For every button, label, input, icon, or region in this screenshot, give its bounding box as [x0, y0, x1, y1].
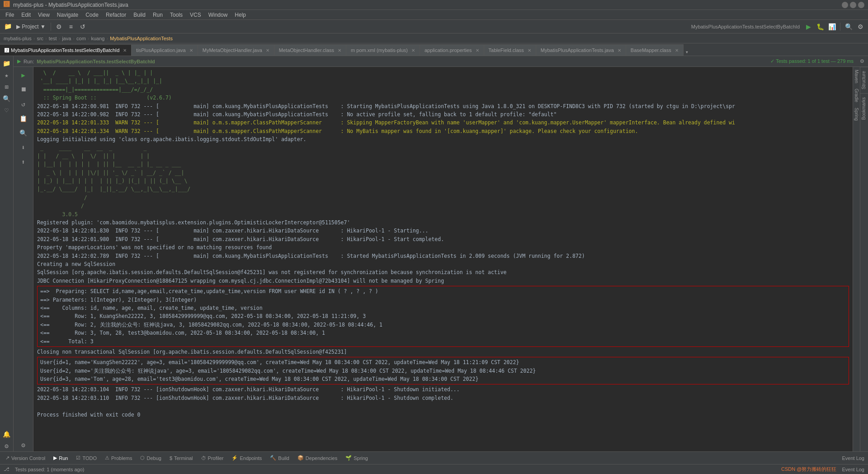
console-rerun-btn[interactable]: ↺	[17, 98, 30, 110]
tab-close-tests[interactable]: ✕	[618, 48, 621, 53]
status-bar-git-icon: ⎇	[4, 466, 9, 472]
menu-navigate[interactable]: Navigate	[53, 11, 82, 19]
console-scroll-up-btn[interactable]: ⬆	[17, 156, 30, 168]
search-everywhere-btn[interactable]: 🔍	[844, 22, 854, 32]
tab-pom[interactable]: m pom.xml (mybatis-plus) ✕	[346, 44, 420, 56]
settings-btn[interactable]: ⚙	[54, 22, 64, 32]
sidebar-notifications-icon[interactable]: 🔔	[1, 429, 12, 440]
tab-close-basemapper[interactable]: ✕	[675, 48, 679, 53]
breadcrumb-com[interactable]: com	[76, 36, 86, 41]
menu-refactor[interactable]: Refactor	[102, 11, 130, 19]
console-line-info1: 2022-05-18 14:22:00.981 INFO 732 --- [ m…	[37, 102, 849, 110]
bottom-tab-terminal[interactable]: $ Terminal	[166, 453, 197, 464]
tab-basemapper[interactable]: BaseMapper.class ✕	[626, 44, 684, 56]
event-log-btn[interactable]: Event Log	[840, 455, 866, 461]
menu-window[interactable]: Window	[205, 11, 231, 19]
breadcrumb-mybatis-plus[interactable]: mybatis-plus	[4, 36, 32, 41]
tab-tablefield[interactable]: TableField.class ✕	[484, 44, 536, 56]
structure-panel-label[interactable]: Structure	[860, 67, 868, 93]
status-bar-left: ⎇ Tests passed: 1 (moments ago)	[4, 466, 84, 472]
sidebar-find-icon[interactable]: 🔍	[1, 93, 12, 104]
tab-close-active[interactable]: ✕	[123, 48, 127, 53]
minimize-button[interactable]	[842, 2, 848, 8]
menu-file[interactable]: File	[2, 11, 18, 19]
run-with-coverage-btn[interactable]: 📊	[827, 22, 837, 32]
breadcrumb-test[interactable]: test	[49, 36, 57, 41]
tab-overflow-btn[interactable]: ▾	[684, 49, 690, 56]
menu-view[interactable]: View	[34, 11, 53, 19]
tab-metameta[interactable]: MyMetaObjectHandler.java ✕	[198, 44, 274, 56]
tab-application[interactable]: tisPlusApplication.java ✕	[132, 44, 198, 56]
menu-help[interactable]: Help	[231, 11, 250, 19]
console-scroll-down-btn[interactable]: ⬇	[17, 141, 30, 154]
bottom-tab-debug[interactable]: ⬡ Debug	[137, 453, 165, 464]
spring-label[interactable]: Spring	[854, 105, 859, 123]
breadcrumb-src[interactable]: src	[37, 36, 43, 41]
project-label[interactable]: ▶ Project ▼	[14, 24, 47, 30]
tab-close-metahandler[interactable]: ✕	[338, 48, 341, 53]
endpoints-icon: ⚡	[231, 455, 238, 461]
tab-tests[interactable]: MybatisPlusApplicationTests.java ✕	[536, 44, 626, 56]
menu-tools[interactable]: Tools	[166, 11, 186, 19]
title-bar-controls[interactable]	[842, 2, 864, 8]
tab-active[interactable]: 🅹 MybatisPlusApplicationTests.testSelect…	[0, 44, 132, 56]
bottom-tab-todo[interactable]: ☑ TODO	[72, 453, 100, 464]
run-settings-icon[interactable]: ⚙	[860, 58, 864, 64]
bottom-tab-profiler[interactable]: ⏱ Profiler	[198, 453, 227, 464]
bottom-tab-version-control[interactable]: ↗ Version Control	[2, 453, 49, 464]
console-copy-btn[interactable]: 📋	[17, 112, 30, 125]
close-button[interactable]	[858, 2, 864, 8]
endpoints-label: Endpoints	[240, 455, 262, 461]
tab-close-appprops[interactable]: ✕	[476, 48, 479, 53]
bookmarks-panel-label[interactable]: Bookmarks	[860, 93, 868, 123]
bottom-tab-problems[interactable]: ⚠ Problems	[101, 453, 136, 464]
problems-label: Problems	[111, 455, 132, 461]
tab-metahandler[interactable]: MetaObjectHandler.class ✕	[274, 44, 346, 56]
event-log-status[interactable]: Event Log	[842, 467, 864, 472]
breadcrumb-class[interactable]: MybatisPlusApplicationTests	[110, 36, 173, 41]
console-output[interactable]: \ / __ \ / ___|| _ \ | |_ | | '__| ____|…	[33, 67, 853, 451]
tab-close-tablefield[interactable]: ✕	[528, 48, 531, 53]
settings-main-btn[interactable]: ⚙	[855, 22, 865, 32]
console-run-btn[interactable]: ▶	[17, 69, 30, 81]
sidebar-favorites-icon[interactable]: ♡	[1, 105, 12, 116]
sidebar-project-icon[interactable]: 📁	[1, 58, 12, 69]
bottom-tab-spring[interactable]: 🌱 Spring	[342, 453, 372, 464]
sql-row1: <== Row: 1, KuangShen22222, 3, 180584299…	[40, 312, 846, 320]
sidebar-bookmark-icon[interactable]: ★	[1, 70, 12, 81]
menu-code[interactable]: Code	[82, 11, 102, 19]
gradle-label[interactable]: Gradle	[854, 86, 859, 105]
bottom-tab-run[interactable]: ▶ Run	[50, 453, 71, 464]
menu-run[interactable]: Run	[149, 11, 166, 19]
run-play-icon[interactable]: ▶	[17, 58, 21, 64]
bottom-tab-build[interactable]: 🔨 Build	[266, 453, 292, 464]
layout-btn[interactable]: ≡	[66, 22, 76, 32]
tab-close-application[interactable]: ✕	[189, 48, 193, 53]
console-stop-btn[interactable]: ⏹	[17, 83, 30, 96]
bottom-tab-dependencies[interactable]: 📦 Dependencies	[294, 453, 341, 464]
maven-label[interactable]: Maven	[854, 67, 859, 86]
breadcrumb-kuang[interactable]: kuang	[91, 36, 104, 41]
run-test-name[interactable]: MybatisPlusApplicationTests.testSelectBy…	[37, 59, 155, 64]
menu-edit[interactable]: Edit	[18, 11, 34, 19]
right-sidebar: Maven Gradle Spring	[853, 67, 860, 451]
sync-btn[interactable]: ↺	[78, 22, 88, 32]
tab-close-metameta[interactable]: ✕	[266, 48, 269, 53]
dependencies-label: Dependencies	[306, 455, 337, 461]
console-settings-btn[interactable]: ⚙	[17, 439, 30, 451]
debug-btn[interactable]: 🐛	[815, 22, 825, 32]
spring-tab-label: Spring	[354, 455, 368, 461]
user-row3: User{id=3, name='Tom', age=28, email='te…	[40, 375, 846, 383]
bottom-tab-endpoints[interactable]: ⚡ Endpoints	[228, 453, 265, 464]
run-btn[interactable]: ▶	[803, 22, 813, 32]
sidebar-structure-icon[interactable]: ⊞	[1, 81, 12, 92]
sidebar-settings-icon[interactable]: ⚙	[1, 441, 12, 451]
tab-close-pom[interactable]: ✕	[411, 48, 415, 53]
console-filter-btn[interactable]: 🔍	[17, 127, 30, 139]
tab-appprops[interactable]: application.properties ✕	[420, 44, 484, 56]
spring-tab-icon: 🌱	[345, 455, 352, 461]
maximize-button[interactable]	[850, 2, 856, 8]
menu-build[interactable]: Build	[130, 11, 149, 19]
menu-vcs[interactable]: VCS	[186, 11, 205, 19]
breadcrumb-java[interactable]: java	[62, 36, 71, 41]
